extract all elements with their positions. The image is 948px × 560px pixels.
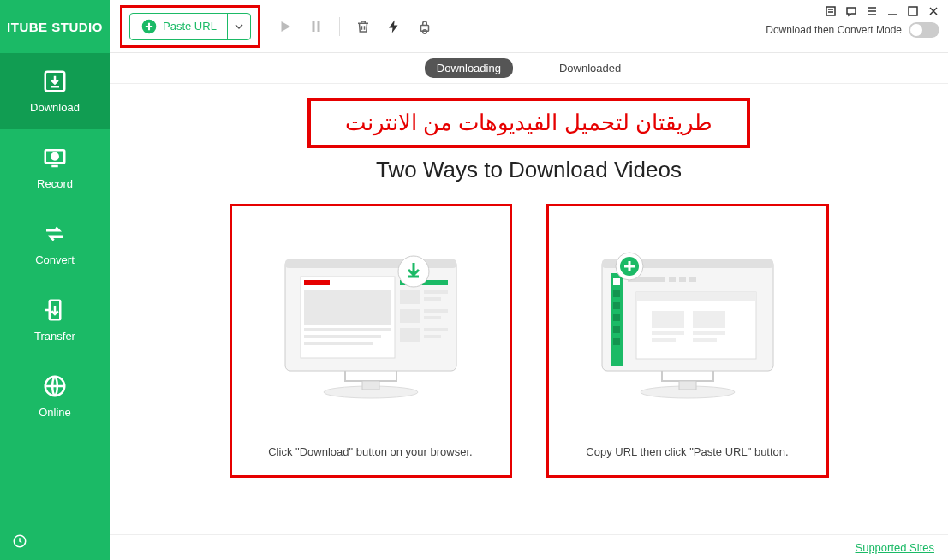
- convert-icon: [42, 221, 68, 247]
- svg-rect-27: [424, 316, 441, 319]
- feedback-icon[interactable]: [825, 5, 837, 17]
- privacy-button[interactable]: [417, 19, 432, 34]
- minimize-icon[interactable]: [886, 5, 898, 17]
- svg-rect-8: [317, 21, 319, 32]
- svg-rect-16: [304, 280, 330, 285]
- tabs: Downloading Downloaded: [110, 53, 948, 84]
- svg-rect-54: [693, 338, 717, 342]
- chevron-down-icon: [235, 19, 243, 34]
- svg-rect-58: [679, 381, 696, 390]
- sidebar-item-label: Record: [37, 177, 73, 190]
- svg-rect-50: [693, 311, 725, 328]
- svg-rect-38: [613, 290, 620, 297]
- svg-rect-39: [613, 302, 620, 309]
- svg-rect-40: [613, 314, 620, 321]
- svg-rect-29: [424, 328, 448, 331]
- svg-rect-23: [424, 290, 448, 294]
- content-area: طريقتان لتحميل الفيديوهات من الانترنت Tw…: [110, 84, 948, 534]
- sidebar-item-record[interactable]: Record: [0, 129, 110, 206]
- svg-rect-51: [652, 331, 684, 335]
- svg-rect-12: [909, 7, 917, 15]
- maximize-icon[interactable]: [907, 5, 919, 17]
- method-card-paste-url: Copy URL then click "Paste URL" button.: [546, 204, 829, 478]
- paste-url-label: Paste URL: [163, 20, 217, 33]
- turbo-button[interactable]: [386, 19, 402, 34]
- online-icon: [42, 373, 68, 399]
- sidebar-item-label: Online: [39, 406, 71, 419]
- arabic-annotation-box: طريقتان لتحميل الفيديوهات من الانترنت: [307, 98, 750, 148]
- sidebar-item-label: Convert: [35, 253, 75, 266]
- svg-rect-22: [400, 290, 420, 304]
- record-icon: [42, 145, 68, 170]
- paste-url-button[interactable]: Paste URL: [130, 14, 227, 39]
- download-icon: [42, 69, 68, 94]
- svg-rect-45: [679, 277, 686, 282]
- menu-icon[interactable]: [866, 5, 878, 17]
- svg-rect-49: [652, 311, 684, 328]
- paste-url-illustration: [564, 217, 811, 439]
- supported-sites-link[interactable]: Supported Sites: [855, 541, 934, 554]
- convert-mode-toggle[interactable]: [909, 22, 939, 38]
- sidebar: ITUBE STUDIO Download Record Convert: [0, 0, 110, 560]
- sidebar-item-label: Download: [30, 101, 80, 114]
- sidebar-item-online[interactable]: Online: [0, 358, 110, 434]
- svg-rect-24: [424, 297, 441, 301]
- svg-rect-28: [400, 328, 420, 342]
- browser-download-illustration: [247, 217, 494, 439]
- sidebar-item-label: Transfer: [34, 330, 75, 343]
- footer: Supported Sites: [110, 534, 948, 560]
- svg-rect-48: [636, 292, 756, 301]
- svg-rect-25: [400, 309, 420, 323]
- method-card-browser: Click "Download" button on your browser.: [230, 204, 512, 478]
- sidebar-item-transfer[interactable]: Transfer: [0, 282, 110, 358]
- paste-url-highlight: Paste URL: [120, 5, 260, 48]
- svg-rect-52: [693, 331, 725, 335]
- svg-rect-41: [613, 326, 620, 333]
- svg-rect-42: [613, 338, 620, 345]
- svg-rect-30: [424, 335, 441, 338]
- svg-point-2: [51, 153, 58, 160]
- topbar: Paste URL: [110, 0, 948, 53]
- sidebar-item-convert[interactable]: Convert: [0, 206, 110, 282]
- svg-rect-20: [304, 342, 373, 345]
- card-browser-text: Click "Download" button on your browser.: [259, 439, 480, 465]
- message-icon[interactable]: [845, 5, 857, 17]
- clock-icon[interactable]: [12, 533, 27, 552]
- svg-rect-14: [285, 259, 456, 268]
- card-paste-url-text: Copy URL then click "Paste URL" button.: [577, 439, 796, 465]
- sidebar-item-download[interactable]: Download: [0, 53, 110, 129]
- svg-rect-46: [689, 277, 696, 282]
- tab-downloaded[interactable]: Downloaded: [547, 58, 633, 78]
- separator: [339, 17, 340, 36]
- app-logo: ITUBE STUDIO: [0, 0, 110, 53]
- sidebar-footer: [0, 526, 110, 560]
- tab-downloading[interactable]: Downloading: [425, 58, 513, 78]
- svg-rect-19: [304, 335, 381, 338]
- page-subtitle: Two Ways to Download Videos: [376, 157, 682, 183]
- svg-rect-26: [424, 309, 448, 313]
- svg-rect-33: [362, 381, 379, 390]
- pause-button[interactable]: [308, 19, 324, 34]
- paste-url-button-group: Paste URL: [129, 13, 251, 40]
- svg-rect-18: [304, 328, 391, 331]
- arabic-title: طريقتان لتحميل الفيديوهات من الانترنت: [345, 110, 712, 136]
- transfer-icon: [42, 297, 68, 323]
- paste-url-dropdown[interactable]: [227, 14, 250, 39]
- convert-mode-label: Download then Convert Mode: [766, 24, 902, 36]
- svg-rect-53: [652, 338, 676, 342]
- svg-rect-7: [312, 21, 314, 32]
- svg-rect-17: [304, 290, 391, 325]
- svg-rect-44: [669, 277, 676, 282]
- svg-rect-37: [613, 278, 620, 285]
- play-button[interactable]: [277, 19, 293, 34]
- svg-rect-11: [826, 7, 835, 15]
- close-icon[interactable]: [927, 5, 939, 17]
- trash-button[interactable]: [355, 19, 371, 34]
